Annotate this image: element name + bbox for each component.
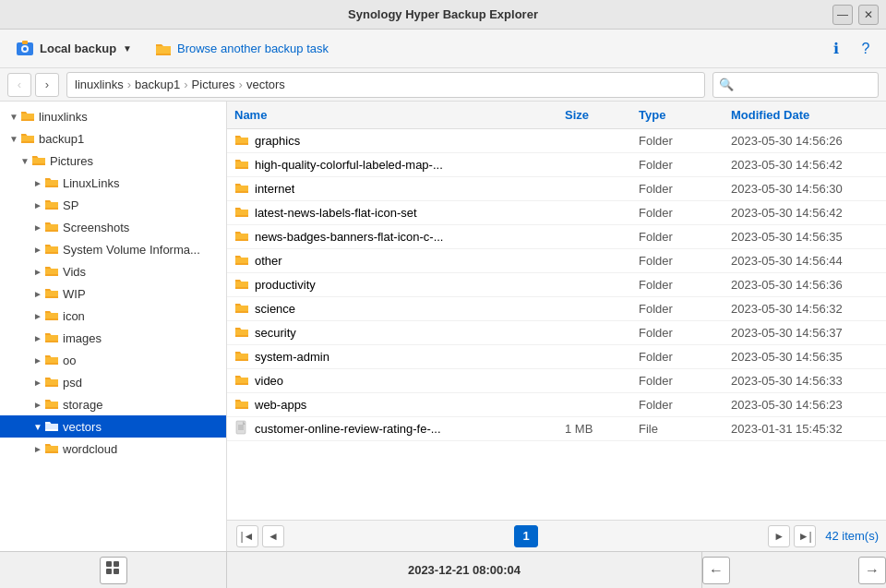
page-first-button[interactable]: |◄ <box>236 525 258 547</box>
sidebar-item-storage[interactable]: storage <box>0 393 226 415</box>
file-row[interactable]: productivityFolder2023-05-30 14:56:36 <box>227 273 886 297</box>
sidebar-item-pictures[interactable]: Pictures <box>0 150 226 172</box>
file-type: Folder <box>639 374 731 388</box>
file-modified: 2023-05-30 14:56:44 <box>731 254 879 268</box>
status-back-button[interactable]: ← <box>702 557 730 584</box>
local-backup-button[interactable]: Local backup ▼ <box>7 35 139 63</box>
breadcrumb-vectors[interactable]: vectors <box>246 78 285 91</box>
file-modified: 2023-05-30 14:56:23 <box>731 398 879 412</box>
breadcrumb-pictures[interactable]: Pictures <box>192 78 235 91</box>
sidebar-item-images[interactable]: images <box>0 327 226 349</box>
sidebar-item-linuxlinks-sub[interactable]: LinuxLinks <box>0 172 226 194</box>
file-name-text: high-quality-colorful-labeled-map-... <box>255 158 443 172</box>
minimize-button[interactable]: — <box>832 5 853 25</box>
folder-icon-pictures <box>31 152 46 170</box>
sidebar-item-icon[interactable]: icon <box>0 305 226 327</box>
browse-task-button[interactable]: Browse another backup task <box>147 36 336 62</box>
file-type: Folder <box>639 398 731 412</box>
search-box[interactable]: 🔍 <box>712 72 879 98</box>
sidebar: linuxlinksbackup1PicturesLinuxLinksSPScr… <box>0 102 227 551</box>
folder-icon-vectors <box>44 418 59 436</box>
folder-icon-images <box>44 330 59 347</box>
tree-arrow-vectors <box>31 422 44 432</box>
sidebar-label-linuxlinks: linuxlinks <box>39 110 88 124</box>
sidebar-item-linuxlinks[interactable]: linuxlinks <box>0 105 226 127</box>
file-row[interactable]: news-badges-banners-flat-icon-c-...Folde… <box>227 225 886 249</box>
folder-icon <box>234 132 249 150</box>
info-button[interactable]: ℹ <box>823 36 849 62</box>
help-button[interactable]: ? <box>853 36 879 62</box>
sidebar-item-backup1[interactable]: backup1 <box>0 127 226 150</box>
file-row[interactable]: customer-online-review-rating-fe-...1 MB… <box>227 417 886 441</box>
sidebar-label-linuxlinks-sub: LinuxLinks <box>63 176 119 190</box>
sidebar-item-psd[interactable]: psd <box>0 371 226 393</box>
tree-arrow-wip <box>31 289 44 299</box>
file-row[interactable]: web-appsFolder2023-05-30 14:56:23 <box>227 393 886 417</box>
file-name-text: science <box>255 302 295 316</box>
folder-icon <box>234 156 249 174</box>
pagination: |◄ ◄ 1 ► ►| 42 item(s) <box>227 520 886 551</box>
tree-arrow-sp <box>31 200 44 210</box>
folder-icon <box>234 300 249 318</box>
folder-icon-screenshots <box>44 219 59 236</box>
folder-icon <box>234 180 249 198</box>
breadcrumb-sep-3: › <box>239 78 243 91</box>
sidebar-item-systemvolume[interactable]: System Volume Informa... <box>0 238 226 260</box>
file-type: Folder <box>639 278 731 292</box>
folder-icon-sp <box>44 197 59 214</box>
file-row[interactable]: internetFolder2023-05-30 14:56:30 <box>227 177 886 201</box>
status-right: ← → <box>701 552 886 588</box>
page-prev-button[interactable]: ◄ <box>262 525 284 547</box>
sidebar-item-wip[interactable]: WIP <box>0 282 226 305</box>
sidebar-item-oo[interactable]: oo <box>0 349 226 371</box>
page-next-button[interactable]: ► <box>768 525 790 547</box>
tree-arrow-linuxlinks <box>7 112 20 122</box>
sidebar-item-vids[interactable]: Vids <box>0 260 226 282</box>
col-header-modified[interactable]: Modified Date <box>731 108 879 122</box>
file-name-text: productivity <box>255 278 316 292</box>
back-button[interactable]: ‹ <box>7 73 31 97</box>
file-row[interactable]: high-quality-colorful-labeled-map-...Fol… <box>227 153 886 177</box>
file-row[interactable]: latest-news-labels-flat-icon-setFolder20… <box>227 201 886 225</box>
col-header-type[interactable]: Type <box>639 108 731 122</box>
folder-icon-linuxlinks <box>20 108 35 126</box>
sidebar-label-sp: SP <box>63 198 78 212</box>
file-name-text: graphics <box>255 134 300 148</box>
file-type: Folder <box>639 254 731 268</box>
close-button[interactable]: ✕ <box>858 5 879 25</box>
file-name-text: internet <box>255 182 294 196</box>
file-row[interactable]: graphicsFolder2023-05-30 14:56:26 <box>227 129 886 153</box>
file-modified: 2023-05-30 14:56:37 <box>731 326 879 340</box>
file-type: Folder <box>639 302 731 316</box>
page-last-button[interactable]: ►| <box>794 525 816 547</box>
file-name-text: other <box>255 254 282 268</box>
file-row[interactable]: scienceFolder2023-05-30 14:56:32 <box>227 297 886 321</box>
sidebar-item-vectors[interactable]: vectors <box>0 415 226 438</box>
file-row[interactable]: system-adminFolder2023-05-30 14:56:35 <box>227 345 886 369</box>
breadcrumb-backup1[interactable]: backup1 <box>135 78 180 91</box>
file-type: File <box>639 422 731 436</box>
sidebar-item-sp[interactable]: SP <box>0 194 226 216</box>
folder-icon <box>234 204 249 222</box>
file-modified: 2023-05-30 14:56:32 <box>731 302 879 316</box>
folder-icon <box>234 348 249 366</box>
forward-button[interactable]: › <box>35 73 59 97</box>
sidebar-label-wip: WIP <box>63 287 86 301</box>
col-header-size[interactable]: Size <box>565 108 639 122</box>
tree-arrow-backup1 <box>7 134 20 144</box>
file-row[interactable]: videoFolder2023-05-30 14:56:33 <box>227 369 886 393</box>
sidebar-item-screenshots[interactable]: Screenshots <box>0 216 226 238</box>
svg-rect-10 <box>106 569 112 574</box>
status-forward-button[interactable]: → <box>858 557 886 584</box>
file-row[interactable]: securityFolder2023-05-30 14:56:37 <box>227 321 886 345</box>
first-icon: |◄ <box>241 530 255 543</box>
next-icon: ► <box>773 530 784 543</box>
tree-arrow-oo <box>31 355 44 366</box>
search-input[interactable] <box>739 78 878 91</box>
col-header-name[interactable]: Name <box>234 108 565 122</box>
sidebar-item-wordcloud[interactable]: wordcloud <box>0 438 226 460</box>
breadcrumb-linuxlinks[interactable]: linuxlinks <box>75 78 124 91</box>
file-row[interactable]: otherFolder2023-05-30 14:56:44 <box>227 249 886 273</box>
window-controls: — ✕ <box>832 5 879 25</box>
grid-view-button[interactable] <box>100 557 127 584</box>
